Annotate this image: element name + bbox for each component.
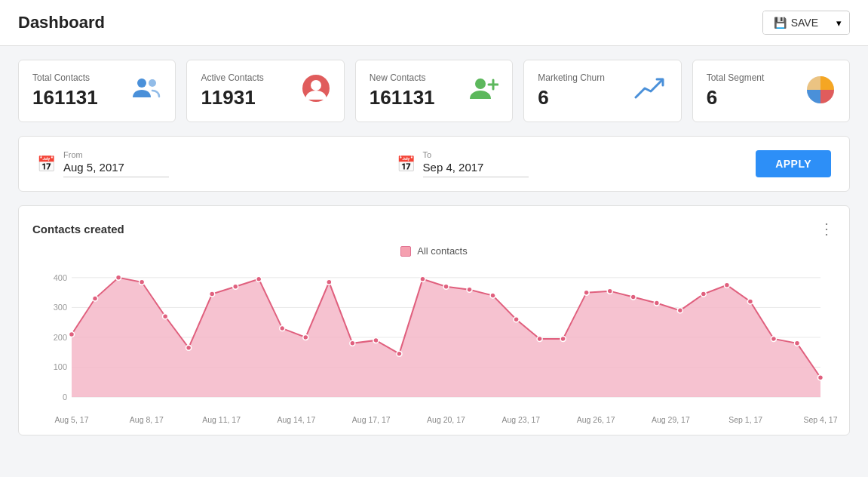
stat-text-total-segment: Total Segment 6 xyxy=(707,72,765,109)
svg-point-46 xyxy=(724,282,729,288)
stat-label: Marketing Churn xyxy=(538,72,605,83)
svg-point-39 xyxy=(560,336,566,341)
people-icon xyxy=(131,76,161,106)
chart-area: 0100200300400Aug 5, 17Aug 8, 17Aug 11, 1… xyxy=(32,261,836,427)
svg-point-22 xyxy=(163,314,168,319)
svg-point-33 xyxy=(420,276,425,282)
legend-label: All contacts xyxy=(417,245,467,257)
stat-text-total-contacts: Total Contacts 161131 xyxy=(32,72,98,109)
svg-point-29 xyxy=(327,279,332,285)
svg-point-44 xyxy=(677,308,682,313)
main-content: Total Contacts 161131 Active Contacts 11… xyxy=(0,46,868,449)
svg-point-40 xyxy=(584,290,589,295)
chevron-down-icon: ▾ xyxy=(836,17,842,29)
face-icon xyxy=(302,74,330,109)
svg-point-18 xyxy=(69,331,75,337)
svg-point-48 xyxy=(771,336,776,341)
svg-point-30 xyxy=(350,340,355,346)
stat-text-active-contacts: Active Contacts 11931 xyxy=(201,72,263,109)
to-date-field[interactable]: 📅 To Sep 4, 2017 xyxy=(397,150,732,177)
stat-label: Active Contacts xyxy=(201,72,263,83)
svg-text:Aug 20, 17: Aug 20, 17 xyxy=(427,415,465,424)
svg-point-34 xyxy=(443,284,449,289)
stat-label: Total Contacts xyxy=(32,72,98,83)
chart-header: Contacts created ⋮ xyxy=(32,220,836,238)
chart-card: Contacts created ⋮ All contacts 01002003… xyxy=(18,205,850,435)
svg-text:200: 200 xyxy=(54,333,67,342)
from-date-inner: From Aug 5, 2017 xyxy=(63,150,169,177)
svg-point-50 xyxy=(818,375,824,380)
add-person-icon xyxy=(468,76,498,106)
stat-card-marketing-churn: Marketing Churn 6 xyxy=(523,60,681,122)
svg-point-42 xyxy=(630,294,636,300)
svg-point-37 xyxy=(514,317,519,322)
svg-text:100: 100 xyxy=(54,362,67,371)
save-label: SAVE xyxy=(791,17,818,29)
svg-text:Sep 4, 17: Sep 4, 17 xyxy=(804,415,838,424)
apply-button[interactable]: APPLY xyxy=(756,150,831,177)
pie-chart-icon xyxy=(805,75,836,107)
svg-text:Aug 23, 17: Aug 23, 17 xyxy=(501,415,540,424)
stat-card-active-contacts: Active Contacts 11931 xyxy=(186,60,344,122)
svg-point-47 xyxy=(747,299,753,304)
svg-text:Aug 14, 17: Aug 14, 17 xyxy=(278,415,316,424)
svg-text:300: 300 xyxy=(54,303,67,312)
svg-point-31 xyxy=(373,337,379,343)
from-label: From xyxy=(63,150,169,159)
stat-text-marketing-churn: Marketing Churn 6 xyxy=(538,72,605,109)
page-title: Dashboard xyxy=(18,13,105,32)
svg-point-28 xyxy=(303,334,308,340)
svg-point-32 xyxy=(397,351,402,356)
stat-card-new-contacts: New Contacts 161131 xyxy=(355,60,513,122)
to-value: Sep 4, 2017 xyxy=(423,161,529,174)
svg-text:Aug 11, 17: Aug 11, 17 xyxy=(202,415,241,424)
svg-text:Aug 5, 17: Aug 5, 17 xyxy=(55,415,89,424)
svg-text:Aug 26, 17: Aug 26, 17 xyxy=(577,415,615,424)
chart-svg: 0100200300400Aug 5, 17Aug 8, 17Aug 11, 1… xyxy=(32,261,836,427)
svg-text:0: 0 xyxy=(63,392,67,402)
stat-value: 11931 xyxy=(201,86,263,109)
svg-point-49 xyxy=(794,340,799,346)
svg-point-35 xyxy=(467,287,472,292)
from-value: Aug 5, 2017 xyxy=(63,161,169,174)
svg-point-36 xyxy=(490,293,495,298)
svg-text:Aug 8, 17: Aug 8, 17 xyxy=(130,415,164,424)
stat-text-new-contacts: New Contacts 161131 xyxy=(370,72,435,109)
stat-card-total-contacts: Total Contacts 161131 xyxy=(18,60,176,122)
svg-point-3 xyxy=(311,80,321,91)
legend-color-box xyxy=(400,246,411,257)
stat-label: Total Segment xyxy=(707,72,765,83)
save-button[interactable]: 💾 SAVE xyxy=(763,11,829,34)
stat-label: New Contacts xyxy=(370,72,435,83)
from-date-field[interactable]: 📅 From Aug 5, 2017 xyxy=(37,150,373,177)
trending-up-icon xyxy=(634,76,667,106)
svg-point-19 xyxy=(93,296,98,301)
to-date-inner: To Sep 4, 2017 xyxy=(423,150,529,177)
svg-text:Aug 17, 17: Aug 17, 17 xyxy=(352,415,391,424)
save-chevron-button[interactable]: ▾ xyxy=(829,12,849,34)
stat-value: 161131 xyxy=(370,86,435,109)
svg-point-23 xyxy=(186,345,192,350)
svg-point-38 xyxy=(537,336,542,341)
chart-title: Contacts created xyxy=(32,223,124,235)
svg-point-24 xyxy=(210,291,215,297)
calendar-icon-to: 📅 xyxy=(397,155,416,173)
chart-menu-icon[interactable]: ⋮ xyxy=(819,220,836,238)
stat-value: 161131 xyxy=(32,86,98,109)
svg-point-4 xyxy=(475,78,486,89)
svg-text:Aug 29, 17: Aug 29, 17 xyxy=(652,415,690,424)
svg-point-0 xyxy=(137,78,146,88)
svg-point-41 xyxy=(607,288,612,294)
app-header: Dashboard 💾 SAVE ▾ xyxy=(0,0,868,46)
svg-text:Sep 1, 17: Sep 1, 17 xyxy=(728,415,762,424)
chart-legend: All contacts xyxy=(32,245,836,257)
calendar-icon-from: 📅 xyxy=(37,155,56,173)
svg-point-43 xyxy=(654,300,659,306)
svg-point-1 xyxy=(149,79,156,87)
svg-point-21 xyxy=(140,279,145,285)
stat-value: 6 xyxy=(538,86,605,109)
save-button-group: 💾 SAVE ▾ xyxy=(762,11,850,35)
svg-point-45 xyxy=(701,291,706,297)
stats-row: Total Contacts 161131 Active Contacts 11… xyxy=(18,60,850,122)
svg-text:400: 400 xyxy=(54,273,67,282)
